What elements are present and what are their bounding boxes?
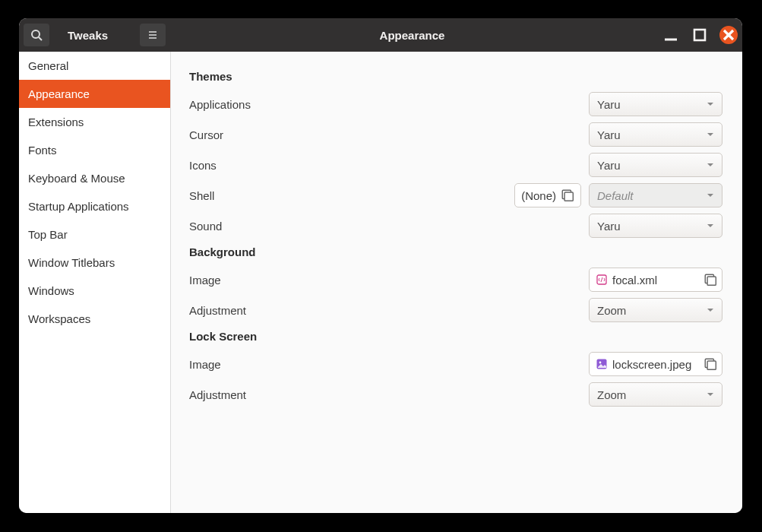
- browse-icon: [704, 273, 717, 287]
- label-lockscreen-adjustment: Adjustment: [189, 388, 589, 401]
- chevron-down-icon: [707, 100, 714, 108]
- section-title-themes: Themes: [189, 70, 722, 83]
- combo-value: Yaru: [597, 220, 621, 233]
- label-cursor: Cursor: [189, 128, 589, 141]
- lockscreen-image-chooser[interactable]: lockscreen.jpeg: [589, 352, 722, 376]
- shell-none-label: (None): [521, 189, 556, 202]
- combo-value: Yaru: [597, 98, 621, 111]
- section-title-background: Background: [189, 245, 722, 258]
- label-icons: Icons: [189, 159, 589, 172]
- chevron-down-icon: [707, 192, 714, 199]
- content-pane: Themes Applications Yaru Cursor Yaru Ico…: [171, 52, 742, 513]
- sidebar-item-appearance[interactable]: Appearance: [19, 80, 170, 108]
- row-sound: Sound Yaru: [189, 211, 722, 241]
- row-applications: Applications Yaru: [189, 89, 722, 119]
- sidebar-item-general[interactable]: General: [19, 52, 170, 80]
- window-body: General Appearance Extensions Fonts Keyb…: [19, 52, 742, 513]
- maximize-button[interactable]: [691, 26, 709, 44]
- sidebar-item-windows[interactable]: Windows: [19, 277, 170, 305]
- minimize-button[interactable]: [662, 26, 680, 44]
- browse-icon: [561, 188, 574, 202]
- combo-background-adjustment[interactable]: Zoom: [589, 298, 722, 322]
- combo-sound-theme[interactable]: Yaru: [589, 214, 722, 238]
- combo-lockscreen-adjustment[interactable]: Zoom: [589, 382, 722, 407]
- section-title-lockscreen: Lock Screen: [189, 330, 722, 343]
- search-icon: [30, 29, 43, 41]
- chevron-down-icon: [707, 161, 714, 169]
- sidebar-item-workspaces[interactable]: Workspaces: [19, 305, 170, 333]
- sidebar-item-extensions[interactable]: Extensions: [19, 108, 170, 136]
- combo-value: Zoom: [597, 388, 626, 401]
- label-background-adjustment: Adjustment: [189, 304, 589, 317]
- close-icon: [719, 26, 738, 44]
- row-lockscreen-image: Image lockscreen.jpeg: [189, 349, 722, 379]
- sidebar-item-keyboard-mouse[interactable]: Keyboard & Mouse: [19, 164, 170, 192]
- app-title: Tweaks: [54, 18, 141, 52]
- combo-value: Yaru: [597, 128, 621, 141]
- minimize-icon: [662, 26, 680, 44]
- close-button[interactable]: [719, 26, 738, 44]
- sidebar-item-top-bar[interactable]: Top Bar: [19, 220, 170, 249]
- combo-value: Yaru: [597, 159, 621, 172]
- combo-value: Default: [597, 189, 634, 202]
- chevron-down-icon: [707, 391, 714, 398]
- browse-icon: [704, 357, 717, 371]
- titlebar: Tweaks Appearance: [19, 18, 742, 52]
- window-controls: [662, 18, 742, 52]
- sidebar-item-fonts[interactable]: Fonts: [19, 136, 170, 164]
- label-shell: Shell: [189, 189, 514, 202]
- label-applications: Applications: [189, 98, 589, 111]
- page-title: Appearance: [170, 18, 654, 52]
- background-image-chooser[interactable]: focal.xml: [589, 268, 722, 292]
- sidebar-item-startup-applications[interactable]: Startup Applications: [19, 192, 170, 220]
- sidebar-item-window-titlebars[interactable]: Window Titlebars: [19, 249, 170, 277]
- file-name: lockscreen.jpeg: [612, 358, 691, 371]
- combo-shell-theme: Default: [589, 183, 722, 207]
- hamburger-icon: [147, 29, 159, 41]
- sidebar: General Appearance Extensions Fonts Keyb…: [19, 52, 171, 513]
- combo-cursor-theme[interactable]: Yaru: [589, 122, 722, 147]
- file-name: focal.xml: [612, 274, 657, 287]
- svg-point-15: [599, 362, 602, 364]
- svg-line-1: [39, 37, 42, 40]
- row-cursor: Cursor Yaru: [189, 119, 722, 150]
- maximize-icon: [691, 26, 709, 44]
- combo-icons-theme[interactable]: Yaru: [589, 153, 722, 177]
- combo-value: Zoom: [597, 304, 626, 317]
- row-shell: Shell (None) Default: [189, 180, 722, 211]
- chevron-down-icon: [707, 306, 714, 314]
- svg-rect-10: [564, 192, 573, 201]
- chevron-down-icon: [707, 131, 714, 138]
- label-sound: Sound: [189, 220, 589, 233]
- row-icons: Icons Yaru: [189, 150, 722, 180]
- search-button[interactable]: [24, 24, 49, 46]
- combo-applications-theme[interactable]: Yaru: [589, 92, 722, 116]
- hamburger-menu-button[interactable]: [140, 24, 166, 46]
- svg-rect-17: [707, 361, 716, 369]
- svg-rect-6: [694, 30, 705, 40]
- shell-extension-file-button[interactable]: (None): [514, 183, 581, 207]
- image-file-icon: [596, 358, 608, 370]
- svg-rect-13: [707, 277, 716, 285]
- row-background-adjustment: Adjustment Zoom: [189, 295, 722, 325]
- row-lockscreen-adjustment: Adjustment Zoom: [189, 379, 722, 410]
- xml-file-icon: [596, 274, 608, 286]
- chevron-down-icon: [707, 222, 714, 230]
- window: Tweaks Appearance General Appearance Ext…: [19, 18, 742, 513]
- label-lockscreen-image: Image: [189, 358, 589, 371]
- row-background-image: Image focal.xml: [189, 264, 722, 295]
- label-background-image: Image: [189, 274, 589, 287]
- svg-point-0: [32, 30, 40, 38]
